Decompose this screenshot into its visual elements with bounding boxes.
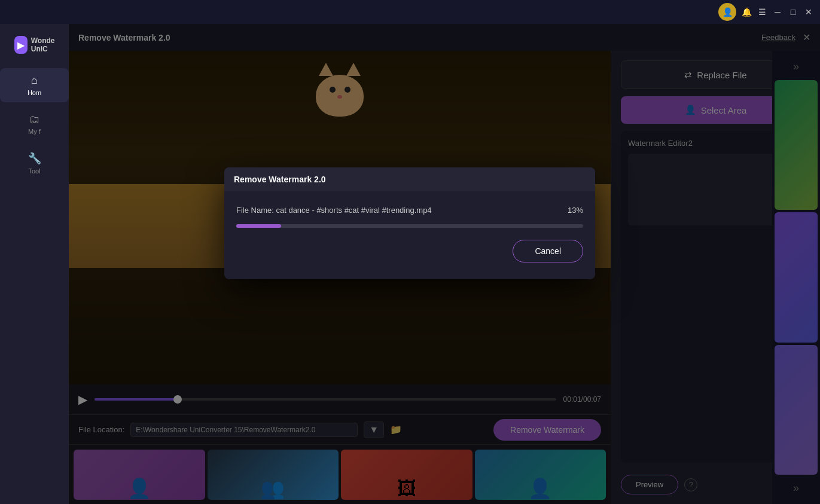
file-info-row: File Name: cat dance - #shorts #cat #vir… <box>236 206 583 215</box>
progress-bar-container <box>236 224 583 228</box>
menu-icon[interactable]: ☰ <box>757 7 767 17</box>
modal-body: File Name: cat dance - #shorts #cat #vir… <box>224 191 595 279</box>
sidebar-item-tools[interactable]: 🔧 Tool <box>0 146 69 181</box>
modal-header: Remove Watermark 2.0 <box>224 167 595 191</box>
maximize-button[interactable]: □ <box>788 7 798 17</box>
app-close-button[interactable]: ✕ <box>803 7 814 17</box>
progress-bar-fill <box>236 224 281 228</box>
file-name-text: File Name: cat dance - #shorts #cat #vir… <box>236 206 432 215</box>
sidebar-item-myfiles[interactable]: 🗂 My f <box>0 107 69 141</box>
minimize-button[interactable]: ─ <box>772 7 783 17</box>
sidebar-item-tools-label: Tool <box>28 167 40 175</box>
sidebar: ▶ Wonde UniC ⌂ Hom 🗂 My f 🔧 Tool <box>0 24 69 504</box>
sidebar-item-home[interactable]: ⌂ Hom <box>0 68 69 102</box>
modal-title: Remove Watermark 2.0 <box>234 175 326 184</box>
modal-overlay: Remove Watermark 2.0 File Name: cat danc… <box>69 24 820 504</box>
modal-dialog: Remove Watermark 2.0 File Name: cat danc… <box>224 167 595 279</box>
title-bar: 👤 🔔 ☰ ─ □ ✕ <box>0 0 820 24</box>
home-icon: ⌂ <box>31 74 38 87</box>
sidebar-logo: ▶ Wonde UniC <box>11 30 59 60</box>
content-area: Remove Watermark 2.0 Feedback ✕ <box>69 24 820 504</box>
modal-footer: Cancel <box>236 240 583 267</box>
app-container: 👤 🔔 ☰ ─ □ ✕ ▶ Wonde UniC ⌂ Hom 🗂 <box>0 0 820 504</box>
title-bar-controls: 🔔 ☰ ─ □ ✕ <box>741 7 814 17</box>
myfiles-icon: 🗂 <box>29 113 40 126</box>
logo-text: Wonde UniC <box>31 36 55 54</box>
user-avatar[interactable]: 👤 <box>718 3 736 21</box>
tools-icon: 🔧 <box>28 152 41 165</box>
sidebar-item-home-label: Hom <box>28 89 41 96</box>
notification-icon[interactable]: 🔔 <box>741 7 752 17</box>
logo-icon: ▶ <box>14 36 28 54</box>
sidebar-item-myfiles-label: My f <box>28 128 41 135</box>
main-layout: ▶ Wonde UniC ⌂ Hom 🗂 My f 🔧 Tool <box>0 0 820 504</box>
progress-percent-label: 13% <box>568 206 583 215</box>
cancel-button[interactable]: Cancel <box>513 240 583 262</box>
